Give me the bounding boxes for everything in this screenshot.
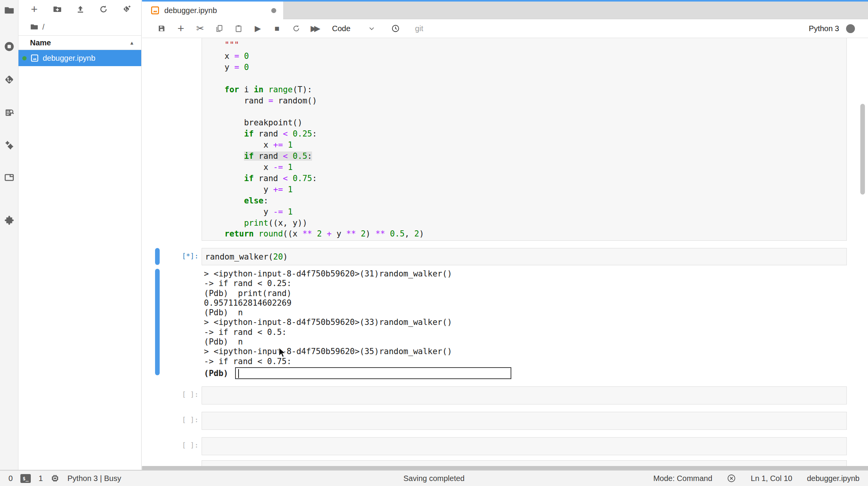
name-column-header: Name xyxy=(30,38,129,47)
notebook-toolbar: + ✂ ▶ ■ ▶▶ Code git Python 3 xyxy=(142,19,868,38)
file-browser-toolbar: + xyxy=(18,0,141,18)
upload-icon xyxy=(76,5,85,14)
file-row-debugger-ipynb[interactable]: debugger.ipynb xyxy=(18,50,141,66)
running-kernels-icon[interactable] xyxy=(3,41,15,52)
insert-cell-button[interactable]: + xyxy=(171,22,190,35)
stop-icon: ■ xyxy=(275,24,280,33)
inspector-icon[interactable] xyxy=(3,107,15,118)
clipboard-icon xyxy=(234,24,243,33)
file-name: debugger.ipynb xyxy=(43,54,95,63)
fast-forward-icon: ▶▶ xyxy=(310,24,320,33)
new-folder-button[interactable] xyxy=(52,3,63,15)
plus-icon: + xyxy=(177,23,184,34)
stdin-input-box[interactable] xyxy=(235,367,511,379)
tab-bar: debugger.ipynb xyxy=(142,0,868,19)
save-icon xyxy=(157,24,166,33)
interrupt-kernel-button[interactable]: ■ xyxy=(267,22,287,35)
empty-code-cell[interactable] xyxy=(202,386,847,404)
paste-cells-button[interactable] xyxy=(229,22,248,35)
git-clone-button[interactable] xyxy=(121,3,132,15)
breadcrumb-path: / xyxy=(42,23,45,32)
execution-prompt: [*]: xyxy=(142,252,199,260)
copy-icon xyxy=(215,24,224,33)
git-toolbar-label[interactable]: git xyxy=(415,24,423,33)
file-list-header[interactable]: Name ▲ xyxy=(18,35,141,50)
empty-code-cell[interactable] xyxy=(202,437,847,455)
empty-code-cell-partial[interactable] xyxy=(202,460,847,466)
plus-icon: + xyxy=(31,3,38,15)
kernel-session-count[interactable]: 1 xyxy=(38,474,43,483)
kernel-name-button[interactable]: Python 3 xyxy=(809,24,839,33)
breadcrumb[interactable]: / xyxy=(18,18,141,35)
open-tabs-icon[interactable] xyxy=(3,171,15,183)
file-browser-icon[interactable] xyxy=(3,5,15,16)
cursor-position[interactable]: Ln 1, Col 10 xyxy=(751,474,792,483)
git-clone-icon xyxy=(122,5,131,14)
notebook-tab-icon xyxy=(150,6,160,15)
restart-kernel-button[interactable] xyxy=(287,22,306,35)
output-collapser[interactable] xyxy=(155,269,160,375)
empty-code-cell[interactable] xyxy=(202,412,847,430)
jupyterlab-window: + / Name ▲ debugger.ipynb xyxy=(0,0,868,486)
kernel-busy-indicator[interactable] xyxy=(846,24,855,33)
main-dock-panel: debugger.ipynb + ✂ ▶ ■ ▶▶ Code xyxy=(142,0,868,470)
copy-cells-button[interactable] xyxy=(210,22,229,35)
text-caret xyxy=(238,369,239,378)
file-browser-panel: + / Name ▲ debugger.ipynb xyxy=(18,0,142,470)
pdb-output-text: > <ipython-input-8-d4f750b59620>(31)rand… xyxy=(204,269,847,366)
cell-type-value: Code xyxy=(332,24,351,33)
empty-prompt: [ ]: xyxy=(142,390,199,398)
sort-ascending-icon: ▲ xyxy=(129,40,134,46)
run-cell-button[interactable]: ▶ xyxy=(248,22,267,35)
running-indicator-dot xyxy=(22,56,27,60)
status-bar: 0 $_ 1 Python 3 | Busy Saving completed … xyxy=(0,470,868,486)
chevron-down-icon xyxy=(368,25,375,32)
status-right-group: Mode: Command Ln 1, Col 10 debugger.ipyn… xyxy=(653,474,860,483)
git-icon[interactable] xyxy=(3,74,15,85)
unsaved-changes-dot xyxy=(271,8,276,13)
code-cell-editor[interactable]: """ x = 0 y = 0 for i in range(T): rand … xyxy=(202,38,847,241)
empty-prompt: [ ]: xyxy=(142,441,199,449)
status-filename: debugger.ipynb xyxy=(807,474,860,483)
tab-debugger-ipynb[interactable]: debugger.ipynb xyxy=(142,2,283,19)
pdb-prompt-label: (Pdb) xyxy=(204,369,228,378)
cell-type-dropdown[interactable]: Code xyxy=(332,24,375,33)
execution-time-button[interactable] xyxy=(386,22,405,35)
clock-icon xyxy=(391,24,400,33)
vertical-scrollbar-thumb[interactable] xyxy=(860,104,865,195)
run-all-button[interactable]: ▶▶ xyxy=(306,22,325,35)
kernel-chip-icon xyxy=(50,474,60,483)
new-folder-icon xyxy=(53,5,62,14)
notebook-content: """ x = 0 y = 0 for i in range(T): rand … xyxy=(142,38,868,466)
refresh-icon xyxy=(99,5,108,14)
terminal-icon: $_ xyxy=(20,474,31,483)
activity-bar xyxy=(0,0,18,470)
restart-icon xyxy=(292,24,300,33)
upload-button[interactable] xyxy=(75,3,86,15)
dock-bottom-edge xyxy=(142,466,868,470)
mouse-cursor xyxy=(278,347,287,358)
save-button[interactable] xyxy=(152,22,171,35)
empty-prompt: [ ]: xyxy=(142,416,199,424)
trust-circle-x-icon[interactable] xyxy=(727,474,736,483)
stdin-input[interactable] xyxy=(236,368,511,378)
cell-output-area: > <ipython-input-8-d4f750b59620>(31)rand… xyxy=(204,269,847,379)
cut-cells-button[interactable]: ✂ xyxy=(190,22,210,35)
refresh-button[interactable] xyxy=(98,3,109,15)
mode-indicator[interactable]: Mode: Command xyxy=(653,474,712,483)
kernel-status-text[interactable]: Python 3 | Busy xyxy=(67,474,121,483)
play-icon: ▶ xyxy=(255,24,261,33)
new-launcher-button[interactable]: + xyxy=(28,3,40,15)
scissors-icon: ✂ xyxy=(196,23,204,34)
notebook-file-icon xyxy=(30,54,39,62)
stdin-row: (Pdb) xyxy=(204,367,847,379)
home-folder-icon xyxy=(30,23,38,31)
code-cell-editor-active[interactable]: random_walker(20) xyxy=(202,248,847,265)
settings-gears-icon[interactable] xyxy=(3,139,15,151)
status-left-group: 0 $_ 1 Python 3 | Busy xyxy=(8,474,121,483)
extensions-puzzle-icon[interactable] xyxy=(3,215,15,226)
terminal-count[interactable]: 0 xyxy=(8,474,13,483)
tab-title: debugger.ipynb xyxy=(164,6,267,15)
